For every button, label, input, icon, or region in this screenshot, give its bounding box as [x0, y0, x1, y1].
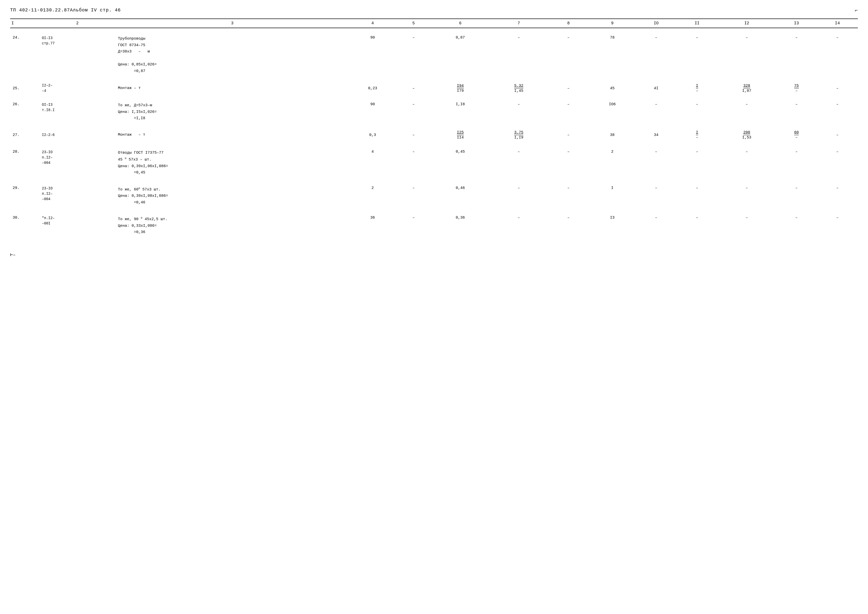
row-col9: 78 — [589, 33, 636, 75]
row-col4: 4 — [349, 147, 396, 177]
row-ref: 23–IOп.I2––004 — [39, 183, 115, 207]
fraction-numerator: 75 — [794, 84, 799, 89]
table-row: 25. I2–2––4 Монтаж – т 0,23 – I94 I79 5,… — [10, 81, 858, 95]
bottom-mark: ⊢– — [10, 252, 858, 257]
row-number: 29. — [10, 183, 39, 207]
row-col9: 2 — [589, 147, 636, 177]
row-col14: – — [817, 99, 858, 123]
row-col11: – — [677, 33, 718, 75]
fraction-numerator: I94 — [457, 84, 464, 89]
row-col4: 0,3 — [349, 128, 396, 141]
row-col8: – — [548, 147, 589, 177]
row-col12: – — [718, 213, 776, 236]
fraction-numerator: I25 — [457, 131, 464, 135]
col-header-9: 9 — [589, 19, 636, 28]
row-col6: I25 II4 — [431, 128, 490, 141]
col-header-3: 3 — [115, 19, 349, 28]
fraction-numerator: 328 — [743, 84, 750, 89]
row-description: То же, Д=57х3–м Цена: I,I5хI,026= =I,I8 — [115, 99, 349, 123]
row-col6: 0,36 — [431, 213, 490, 236]
fraction-numerator: 200 — [743, 131, 750, 135]
fraction-denominator: I79 — [457, 89, 464, 93]
fraction-numerator: I — [696, 131, 698, 135]
fraction-denominator: I,87 — [742, 89, 752, 93]
fraction-denominator: I,53 — [742, 135, 752, 140]
row-col14: – — [817, 81, 858, 95]
col-header-6: 6 — [431, 19, 490, 28]
row-col5: – — [396, 81, 431, 95]
page-title: ТП 402-11-0130.22.87Альбом IV стр. 46 — [10, 8, 121, 13]
row-col11: – — [677, 147, 718, 177]
table-row: 28. 23–IOп.I2––004 Отводы ГОСТ I7375–77 … — [10, 147, 858, 177]
row-col4: 0,23 — [349, 81, 396, 95]
row-col13: – — [776, 183, 817, 207]
col-header-4: 4 — [349, 19, 396, 28]
row-col8: – — [548, 183, 589, 207]
row-col10: – — [636, 213, 676, 236]
row-col14: – — [817, 147, 858, 177]
row-number: 24. — [10, 33, 39, 75]
col-header-10: IO — [636, 19, 676, 28]
row-col9: 45 — [589, 81, 636, 95]
row-ref: OI–I3стр.77 — [39, 33, 115, 75]
col-header-5: 5 — [396, 19, 431, 28]
row-ref: OI–I3т.I8.I — [39, 99, 115, 123]
row-col5: – — [396, 183, 431, 207]
col-header-13: I3 — [776, 19, 817, 28]
row-col14: – — [817, 213, 858, 236]
row-col11: – — [677, 99, 718, 123]
row-col8: – — [548, 81, 589, 95]
row-col6: I,I8 — [431, 99, 490, 123]
col-header-12: I2 — [718, 19, 776, 28]
row-col10: – — [636, 99, 676, 123]
row-ref: 23–IOп.I2––004 — [39, 147, 115, 177]
row-col4: 36 — [349, 213, 396, 236]
row-col14: – — [817, 183, 858, 207]
corner-mark: ⌐ — [855, 8, 858, 14]
bottom-mark-text: ⊢– — [10, 252, 16, 257]
row-col7: – — [490, 99, 548, 123]
row-description: То же, 90 о 45х2,5 шт. Цена: 0,33хI,086=… — [115, 213, 349, 236]
row-col5: – — [396, 213, 431, 236]
row-description: Монтаж – т — [115, 128, 349, 141]
col-header-1: I — [10, 19, 39, 28]
row-col12: – — [718, 183, 776, 207]
row-col11: I – — [677, 81, 718, 95]
row-description: Отводы ГОСТ I7375–77 45 о 57х3 – шт. Цен… — [115, 147, 349, 177]
main-table: I 2 3 4 5 6 7 8 9 IO II I2 I3 I4 24. OI–… — [10, 19, 858, 236]
row-col5: – — [396, 33, 431, 75]
row-col8: – — [548, 128, 589, 141]
row-col11: I – — [677, 128, 718, 141]
row-col7: – — [490, 33, 548, 75]
table-row: 24. OI–I3стр.77 Трубопроводы ГОСТ 8734–7… — [10, 33, 858, 75]
page-header: ТП 402-11-0130.22.87Альбом IV стр. 46 ⌐ — [10, 8, 858, 14]
row-col7: 5,32 I,45 — [490, 81, 548, 95]
fraction-denominator: – — [696, 135, 698, 140]
fraction-denominator: II4 — [457, 135, 464, 140]
fraction-numerator: 60 — [794, 131, 799, 135]
row-col12: – — [718, 99, 776, 123]
row-col14: – — [817, 128, 858, 141]
row-col10: – — [636, 147, 676, 177]
row-col6: 0,87 — [431, 33, 490, 75]
fraction-denominator: I,45 — [514, 89, 523, 93]
table-row: 26. OI–I3т.I8.I То же, Д=57х3–м Цена: I,… — [10, 99, 858, 123]
row-col10: – — [636, 183, 676, 207]
row-number: 25. — [10, 81, 39, 95]
row-col7: – — [490, 147, 548, 177]
col-header-11: II — [677, 19, 718, 28]
row-col13: 60 – — [776, 128, 817, 141]
row-col13: – — [776, 147, 817, 177]
row-col5: – — [396, 147, 431, 177]
row-col12: 328 I,87 — [718, 81, 776, 95]
row-col13: 75 – — [776, 81, 817, 95]
row-description: Монтаж – т — [115, 81, 349, 95]
row-col7: – — [490, 213, 548, 236]
fraction-denominator: I,I9 — [514, 135, 523, 140]
fraction-denominator: – — [696, 89, 698, 93]
row-col9: IO6 — [589, 99, 636, 123]
table-header-row: I 2 3 4 5 6 7 8 9 IO II I2 I3 I4 — [10, 19, 858, 28]
row-description: Трубопроводы ГОСТ 8734–75 Д=38х3 – м Цен… — [115, 33, 349, 75]
fraction-numerator: 3,75 — [514, 131, 523, 135]
row-col6: 0,45 — [431, 147, 490, 177]
